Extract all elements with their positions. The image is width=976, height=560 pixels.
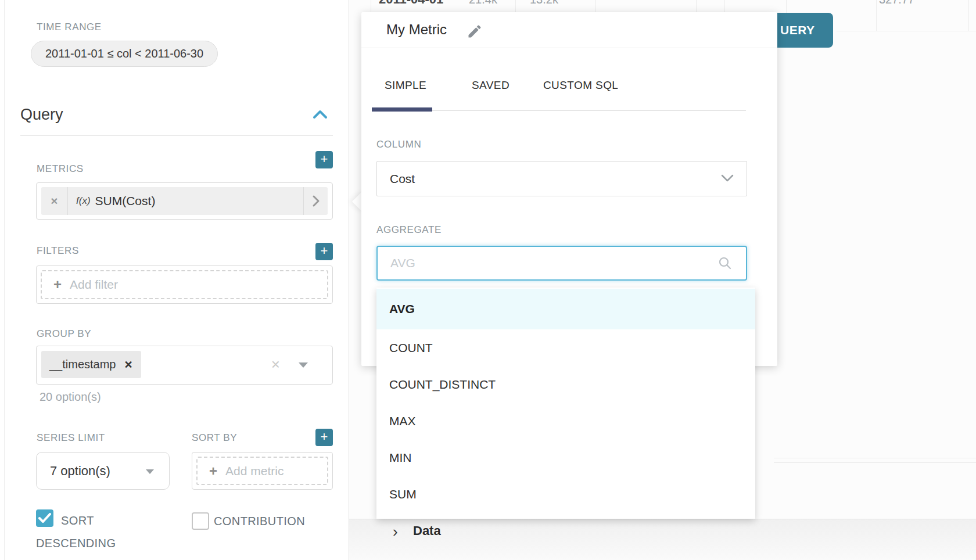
sort-descending-label[interactable]: SORT DESCENDING xyxy=(36,509,143,555)
query-control-panel: TIME RANGE 2011-01-01 ≤ col < 2011-06-30… xyxy=(0,0,349,560)
gridline xyxy=(968,0,969,31)
gridline xyxy=(595,0,596,12)
add-filter-dropzone[interactable]: + Add filter xyxy=(41,270,328,299)
gridline xyxy=(774,462,976,463)
divider xyxy=(20,135,333,136)
chevron-right-icon xyxy=(312,195,320,207)
add-metric-placeholder: Add metric xyxy=(225,464,284,478)
group-by-options-hint: 20 option(s) xyxy=(40,390,101,404)
divider xyxy=(361,48,777,48)
option-avg[interactable]: AVG xyxy=(376,289,755,329)
fx-icon: f(x) xyxy=(76,195,91,207)
popover-title: My Metric xyxy=(386,21,447,38)
clear-select-icon[interactable]: × xyxy=(271,357,280,372)
gridline xyxy=(837,31,976,31)
metric-caret[interactable] xyxy=(303,187,328,215)
time-range-filter-pill[interactable]: 2011-01-01 ≤ col < 2011-06-30 xyxy=(31,41,218,67)
group-by-tag[interactable]: __timestamp ✕ xyxy=(41,351,141,378)
caret-down-icon xyxy=(146,469,154,474)
table-cell-date: 2011-04-01 xyxy=(379,0,443,7)
contribution-checkbox[interactable] xyxy=(192,512,209,530)
chevron-right-icon[interactable]: › xyxy=(393,523,398,541)
option-min[interactable]: MIN xyxy=(376,439,755,476)
option-count-distinct[interactable]: COUNT_DISTINCT xyxy=(376,366,755,403)
metric-pill[interactable]: × f(x) SUM(Cost) xyxy=(41,187,328,215)
table-cell-value: 327.77 xyxy=(879,0,914,6)
add-filter-plus-button[interactable]: + xyxy=(315,243,333,260)
add-sort-metric-plus-button[interactable]: + xyxy=(315,429,333,446)
sort-by-container: + Add metric xyxy=(192,452,333,490)
add-metric-plus-button[interactable]: + xyxy=(315,151,333,168)
column-label: COLUMN xyxy=(376,139,421,150)
search-icon xyxy=(718,256,732,270)
gridline xyxy=(876,0,877,31)
tab-saved[interactable]: SAVED xyxy=(472,79,509,92)
edit-pencil-icon[interactable] xyxy=(467,23,483,40)
metric-name[interactable]: SUM(Cost) xyxy=(95,194,156,208)
aggregate-input[interactable] xyxy=(376,246,747,281)
series-limit-select[interactable]: 7 option(s) xyxy=(36,452,170,490)
aggregate-label: AGGREGATE xyxy=(376,224,442,236)
gridline xyxy=(774,458,976,458)
filters-label: FILTERS xyxy=(37,245,79,257)
add-filter-placeholder: Add filter xyxy=(70,278,118,292)
series-limit-value: 7 option(s) xyxy=(50,464,110,479)
chevron-down-icon xyxy=(721,174,734,182)
gridline xyxy=(786,0,787,13)
plus-icon: + xyxy=(53,277,62,293)
gridline xyxy=(515,0,516,12)
table-cell-value: 13.2k xyxy=(530,0,558,6)
remove-tag-icon[interactable]: ✕ xyxy=(124,358,133,371)
metrics-container: × f(x) SUM(Cost) xyxy=(36,182,333,220)
time-range-label: TIME RANGE xyxy=(37,21,102,33)
filters-container: + Add filter xyxy=(36,265,333,304)
option-max[interactable]: MAX xyxy=(376,403,755,439)
data-panel-header[interactable] xyxy=(349,519,976,560)
group-by-select[interactable]: __timestamp ✕ × xyxy=(36,346,333,385)
metrics-label: METRICS xyxy=(37,163,84,175)
gridline xyxy=(724,0,725,12)
tab-simple[interactable]: SIMPLE xyxy=(385,79,426,92)
data-panel-title[interactable]: Data xyxy=(413,523,441,539)
sort-by-label: SORT BY xyxy=(192,432,237,444)
plus-icon: + xyxy=(209,463,217,479)
aggregate-options-dropdown: AVG COUNT COUNT_DISTINCT MAX MIN SUM xyxy=(376,288,755,519)
caret-down-icon[interactable] xyxy=(299,362,308,368)
tab-custom-sql[interactable]: CUSTOM SQL xyxy=(543,79,618,92)
option-count[interactable]: COUNT xyxy=(376,329,755,366)
panel-edge xyxy=(4,0,5,560)
column-select[interactable]: Cost xyxy=(376,161,747,196)
remove-metric-icon[interactable]: × xyxy=(41,187,68,215)
chevron-up-icon[interactable] xyxy=(313,109,328,120)
superset-explore-screen: 2011-04-01 00:00:00 21.4k 13.2k 327.77 U… xyxy=(0,0,976,560)
active-tab-indicator xyxy=(372,107,432,112)
group-by-label: GROUP BY xyxy=(37,328,91,340)
gridline xyxy=(371,0,371,12)
option-sum[interactable]: SUM xyxy=(376,476,755,512)
query-section-title: Query xyxy=(20,106,63,124)
series-limit-label: SERIES LIMIT xyxy=(37,432,105,444)
contribution-label[interactable]: CONTRIBUTION xyxy=(214,515,305,528)
run-query-button[interactable]: UERY xyxy=(777,13,833,48)
table-cell-value: 21.4k xyxy=(469,0,497,6)
add-sort-metric-dropzone[interactable]: + Add metric xyxy=(196,457,328,485)
gridline xyxy=(696,0,697,12)
tag-label: __timestamp xyxy=(49,358,116,371)
column-select-value: Cost xyxy=(390,172,415,186)
